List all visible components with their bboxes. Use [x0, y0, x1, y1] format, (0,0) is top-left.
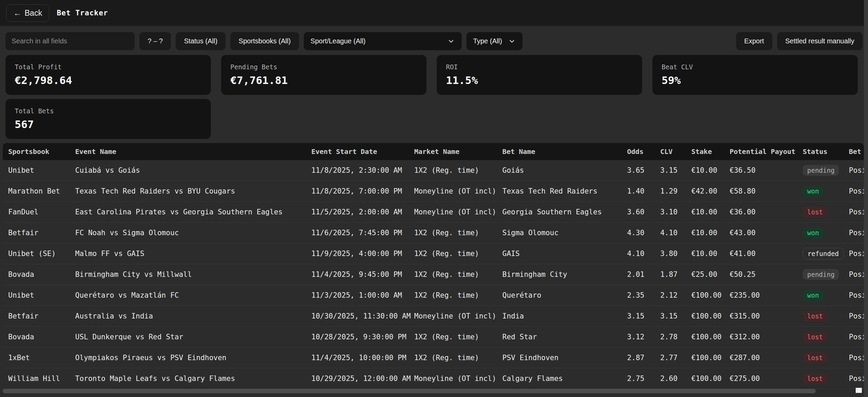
col-header-status[interactable]: Status	[803, 147, 849, 156]
status-badge: pending	[803, 269, 839, 280]
cell-sportsbook: Bovada	[8, 270, 75, 279]
col-header-potential-payout[interactable]: Potential Payout	[730, 147, 803, 156]
type-select[interactable]: Type (All)	[466, 32, 523, 50]
stat-value: €7,761.81	[230, 74, 417, 86]
date-range-button[interactable]: ? – ?	[139, 32, 171, 50]
cell-stake: €42.00	[691, 187, 730, 195]
horizontal-scrollbar-thumb[interactable]	[3, 389, 816, 393]
search-input[interactable]	[5, 32, 135, 50]
cell-market-name: 1X2 (Reg. time)	[414, 250, 502, 258]
col-header-bet-type[interactable]: Bet Type	[849, 147, 864, 156]
table-row[interactable]: Unibet Cuiabá vs Goiás 11/8/2025, 2:30:0…	[3, 160, 864, 181]
status-filter-button[interactable]: Status (All)	[176, 32, 226, 50]
cell-clv: 3.80	[660, 250, 691, 258]
settled-result-button[interactable]: Settled result manually	[777, 32, 863, 50]
stat-label: Pending Bets	[230, 63, 417, 71]
table-row[interactable]: Betfair FC Noah vs Sigma Olomouc 11/6/20…	[3, 223, 864, 243]
status-badge: lost	[803, 311, 827, 322]
cell-bet-type: Positive EV	[849, 208, 864, 216]
col-header-clv[interactable]: CLV	[660, 147, 691, 156]
cell-market-name: 1X2 (Reg. time)	[414, 333, 502, 341]
col-header-bet-name[interactable]: Bet Name	[502, 147, 627, 156]
cell-stake: €100.00	[691, 374, 730, 383]
cell-stake: €100.00	[691, 291, 730, 299]
cell-event-name: Birmingham City vs Millwall	[75, 270, 311, 279]
cell-sportsbook: FanDuel	[8, 208, 75, 216]
cell-sportsbook: Bovada	[8, 333, 75, 341]
cell-potential-payout: €36.00	[730, 208, 803, 216]
status-badge: won	[803, 186, 823, 197]
table-row[interactable]: Unibet Querétaro vs Mazatlán FC 11/3/202…	[3, 285, 864, 306]
cell-clv: 2.12	[660, 291, 691, 299]
cell-potential-payout: €41.00	[730, 250, 803, 258]
table-row[interactable]: Bovada USL Dunkerque vs Red Star 10/28/2…	[3, 327, 864, 348]
cell-clv: 1.29	[660, 187, 691, 195]
cell-sportsbook: Betfair	[8, 229, 75, 237]
cell-odds: 3.60	[627, 208, 660, 216]
status-badge: lost	[803, 331, 827, 343]
cell-bet-type: Positive EV	[849, 374, 864, 383]
status-badge: won	[803, 290, 823, 301]
stat-value: 59%	[662, 74, 849, 86]
cell-potential-payout: €315.00	[730, 312, 803, 320]
cell-stake: €10.00	[691, 208, 730, 216]
cell-bet-name: Querétaro	[502, 291, 627, 299]
sportsbooks-filter-button[interactable]: Sportsbooks (All)	[230, 32, 299, 50]
cell-event-start-date: 10/29/2025, 12:00:00 AM	[311, 374, 414, 383]
stat-value: 11.5%	[446, 74, 633, 86]
cell-bet-type: Positive EV	[849, 291, 864, 299]
cell-odds: 4.30	[627, 229, 660, 237]
stats-cards: Total Profit €2,798.64 Pending Bets €7,7…	[0, 50, 868, 139]
cell-bet-type: Positive EV	[849, 333, 864, 341]
table-row[interactable]: William Hill Toronto Maple Leafs vs Calg…	[3, 368, 864, 389]
table-row[interactable]: Unibet (SE) Malmo FF vs GAIS 11/9/2025, …	[3, 243, 864, 264]
cell-potential-payout: €287.00	[730, 354, 803, 362]
cell-sportsbook: Unibet	[8, 166, 75, 174]
cell-stake: €100.00	[691, 312, 730, 320]
table-body: Unibet Cuiabá vs Goiás 11/8/2025, 2:30:0…	[3, 160, 864, 389]
sport-league-select-value: Sport/League (All)	[311, 37, 366, 45]
cell-event-name: Querétaro vs Mazatlán FC	[75, 291, 311, 299]
cell-clv: 2.78	[660, 333, 691, 341]
table-row[interactable]: 1xBet Olympiakos Piraeus vs PSV Eindhove…	[3, 348, 864, 368]
stat-label: Total Profit	[15, 63, 202, 71]
cell-potential-payout: €275.00	[730, 374, 803, 383]
cell-odds: 3.12	[627, 333, 660, 341]
col-header-sportsbook[interactable]: Sportsbook	[8, 147, 75, 156]
col-header-event-name[interactable]: Event Name	[75, 147, 311, 156]
status-badge: lost	[803, 207, 827, 218]
bets-table: Sportsbook Event Name Event Start Date M…	[3, 143, 864, 389]
table-row[interactable]: Betfair Australia vs India 10/30/2025, 1…	[3, 306, 864, 327]
cell-event-start-date: 10/30/2025, 11:30:00 AM	[311, 312, 414, 320]
cell-bet-type: Positive EV	[849, 229, 864, 237]
sport-league-select[interactable]: Sport/League (All)	[304, 32, 462, 50]
back-button[interactable]: ← Back	[6, 4, 49, 22]
cell-bet-name: Red Star	[502, 333, 627, 341]
col-header-market-name[interactable]: Market Name	[414, 147, 502, 156]
cell-event-start-date: 11/9/2025, 4:00:00 PM	[311, 250, 414, 258]
col-header-stake[interactable]: Stake	[691, 147, 730, 156]
export-button[interactable]: Export	[736, 32, 772, 50]
table-row[interactable]: Bovada Birmingham City vs Millwall 11/4/…	[3, 264, 864, 285]
cell-event-name: FC Noah vs Sigma Olomouc	[75, 229, 311, 237]
table-header-row: Sportsbook Event Name Event Start Date M…	[3, 143, 864, 160]
cell-clv: 3.10	[660, 208, 691, 216]
chevron-down-icon	[447, 38, 455, 45]
cell-market-name: Moneyline (OT incl)	[414, 187, 502, 195]
cell-bet-type: Positive EV	[849, 354, 864, 362]
cell-bet-type: Positive EV	[849, 166, 864, 174]
cell-market-name: Moneyline (OT incl)	[414, 374, 502, 383]
cell-bet-name: Georgia Southern Eagles	[502, 208, 627, 216]
col-header-odds[interactable]: Odds	[627, 147, 660, 156]
cell-bet-type: Positive EV	[849, 250, 864, 258]
cell-stake: €10.00	[691, 229, 730, 237]
cell-potential-payout: €36.50	[730, 166, 803, 174]
status-badge: lost	[803, 373, 827, 384]
table-row[interactable]: Marathon Bet Texas Tech Red Raiders vs B…	[3, 181, 864, 202]
cell-market-name: 1X2 (Reg. time)	[414, 291, 502, 299]
vertical-scrollbar[interactable]	[864, 0, 868, 397]
cell-market-name: 1X2 (Reg. time)	[414, 270, 502, 279]
cell-event-name: USL Dunkerque vs Red Star	[75, 333, 311, 341]
col-header-event-start-date[interactable]: Event Start Date	[311, 147, 414, 156]
table-row[interactable]: FanDuel East Carolina Pirates vs Georgia…	[3, 202, 864, 223]
